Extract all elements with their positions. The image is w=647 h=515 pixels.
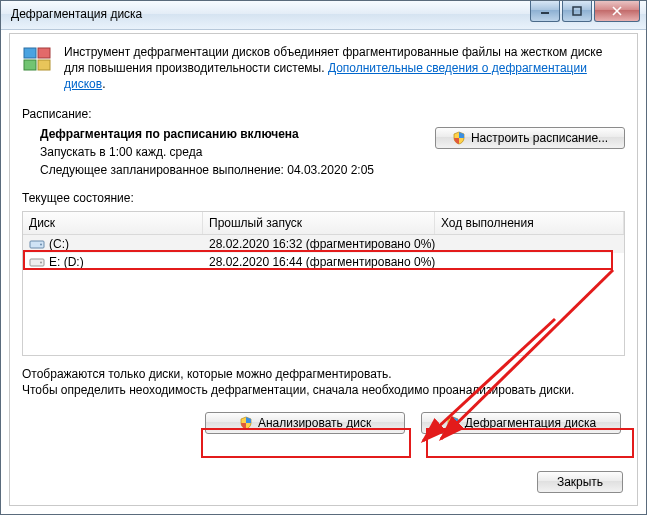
cell-last-run: 28.02.2020 16:44 (фрагментировано 0%) <box>203 254 435 270</box>
close-button[interactable] <box>594 1 640 22</box>
shield-icon <box>446 416 460 430</box>
disk-name: E: (D:) <box>49 255 84 269</box>
schedule-next-run: Следующее запланированное выполнение: 04… <box>40 163 435 177</box>
intro-text: Инструмент дефрагментации дисков объедин… <box>64 44 625 93</box>
cell-last-run: 28.02.2020 16:32 (фрагментировано 0%) <box>203 236 435 252</box>
configure-schedule-label: Настроить расписание... <box>471 131 608 145</box>
col-disk[interactable]: Диск <box>23 212 203 234</box>
table-row[interactable]: (C:)28.02.2020 16:32 (фрагментировано 0%… <box>23 235 624 253</box>
analyze-button[interactable]: Анализировать диск <box>205 412 405 434</box>
close-row: Закрыть <box>537 471 623 493</box>
schedule-run-at: Запускать в 1:00 кажд. среда <box>40 145 435 159</box>
schedule-label: Расписание: <box>22 107 625 121</box>
schedule-info: Дефрагментация по расписанию включена За… <box>22 127 435 181</box>
analyze-label: Анализировать диск <box>258 416 371 430</box>
note-line-2: Чтобы определить неоходимость дефрагмент… <box>22 382 625 398</box>
schedule-row: Дефрагментация по расписанию включена За… <box>22 127 625 181</box>
table-header: Диск Прошлый запуск Ход выполнения <box>23 211 624 235</box>
col-last-run[interactable]: Прошлый запуск <box>203 212 435 234</box>
svg-rect-5 <box>38 48 50 58</box>
action-row: Анализировать диск Дефрагментация диска <box>22 412 625 434</box>
svg-rect-1 <box>573 7 581 15</box>
cell-progress <box>435 261 624 263</box>
window-body: Инструмент дефрагментации дисков объедин… <box>9 33 638 506</box>
table-row[interactable]: E: (D:)28.02.2020 16:44 (фрагментировано… <box>23 253 624 271</box>
close-label: Закрыть <box>557 475 603 489</box>
cell-disk: E: (D:) <box>23 254 203 270</box>
shield-icon <box>452 131 466 145</box>
title-bar: Дефрагментация диска <box>1 1 646 30</box>
note-line-1: Отображаются только диски, которые можно… <box>22 366 625 382</box>
intro-block: Инструмент дефрагментации дисков объедин… <box>22 44 625 93</box>
defrag-window: Дефрагментация диска <box>0 0 647 515</box>
svg-point-9 <box>40 243 42 245</box>
svg-rect-7 <box>38 60 50 70</box>
close-dialog-button[interactable]: Закрыть <box>537 471 623 493</box>
shield-icon <box>239 416 253 430</box>
schedule-heading: Дефрагментация по расписанию включена <box>40 127 435 141</box>
disk-icon <box>29 238 45 250</box>
disk-name: (C:) <box>49 237 69 251</box>
state-label: Текущее состояние: <box>22 191 625 205</box>
maximize-button[interactable] <box>562 1 592 22</box>
cell-progress <box>435 243 624 245</box>
window-controls <box>528 1 640 22</box>
disk-table: Диск Прошлый запуск Ход выполнения (C:)2… <box>22 211 625 356</box>
svg-rect-4 <box>24 48 36 58</box>
cell-disk: (C:) <box>23 236 203 252</box>
col-progress[interactable]: Ход выполнения <box>435 212 624 234</box>
svg-point-11 <box>40 261 42 263</box>
minimize-button[interactable] <box>530 1 560 22</box>
configure-schedule-button[interactable]: Настроить расписание... <box>435 127 625 149</box>
defrag-label: Дефрагментация диска <box>465 416 596 430</box>
defrag-icon <box>22 44 54 76</box>
svg-rect-6 <box>24 60 36 70</box>
note-block: Отображаются только диски, которые можно… <box>22 366 625 398</box>
window-title: Дефрагментация диска <box>11 7 142 21</box>
intro-text-after: . <box>102 77 105 91</box>
disk-icon <box>29 256 45 268</box>
table-body: (C:)28.02.2020 16:32 (фрагментировано 0%… <box>23 235 624 355</box>
defrag-button[interactable]: Дефрагментация диска <box>421 412 621 434</box>
